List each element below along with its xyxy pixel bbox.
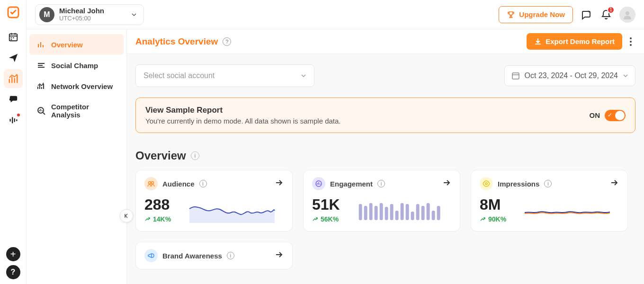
logo-icon[interactable]	[5, 4, 22, 21]
svg-rect-40	[426, 203, 429, 220]
card-title: Audience	[162, 180, 195, 188]
svg-rect-22	[512, 73, 519, 79]
sidebar-item-label: Network Overview	[51, 82, 113, 90]
trend-up: 90K%	[480, 215, 506, 223]
sidebar-item-overview[interactable]: Overview	[29, 34, 124, 55]
export-button[interactable]: Export Demo Report	[527, 33, 622, 50]
svg-rect-6	[13, 37, 14, 38]
card-impressions[interactable]: Impressions i 8M	[471, 170, 628, 231]
collapse-sidebar-button[interactable]	[120, 209, 133, 222]
info-icon[interactable]: i	[544, 180, 552, 187]
info-icon[interactable]: i	[377, 180, 385, 187]
svg-rect-34	[395, 211, 398, 220]
bars-icon	[37, 40, 45, 49]
nav-send[interactable]	[4, 48, 23, 67]
impressions-sparkline	[516, 201, 619, 223]
metric-value: 8M	[480, 196, 506, 213]
metric-value: 288	[144, 196, 171, 213]
trend-up: 14K%	[144, 215, 171, 223]
megaphone-icon	[144, 249, 158, 262]
download-icon	[534, 38, 542, 45]
svg-point-13	[626, 11, 629, 15]
nav-analytics[interactable]	[4, 69, 23, 88]
svg-rect-37	[411, 212, 414, 220]
info-icon[interactable]: i	[191, 151, 199, 160]
calendar-icon	[511, 71, 520, 80]
sidebar-item-competitor[interactable]: Competitor Analysis	[29, 97, 124, 125]
sidebar-item-label: Competitor Analysis	[51, 103, 116, 119]
add-button[interactable]: +	[6, 247, 20, 261]
chevron-down-icon	[301, 73, 306, 79]
card-brand-awareness[interactable]: Brand Awareness i	[135, 242, 293, 269]
filter-row: Select social account Oct 23, 2024 - Oct…	[127, 54, 644, 87]
toggle-label: ON	[590, 111, 600, 119]
svg-line-21	[43, 113, 45, 115]
svg-rect-30	[374, 206, 377, 220]
body: Overview Social Champ Network Overview C…	[27, 29, 644, 284]
help-button[interactable]: ?	[6, 265, 20, 279]
card-audience[interactable]: Audience i 288	[135, 170, 293, 231]
engagement-icon	[312, 177, 325, 190]
svg-rect-29	[369, 203, 372, 220]
svg-rect-39	[421, 206, 424, 220]
info-icon[interactable]: ?	[223, 37, 231, 46]
chart-icon	[37, 82, 45, 90]
upgrade-button[interactable]: Upgrade Now	[499, 6, 573, 23]
svg-rect-33	[390, 204, 393, 220]
topbar: M Micheal John UTC+05:00 Upgrade Now 1	[27, 0, 644, 29]
arrow-right-icon	[609, 178, 619, 189]
content-header: Analytics Overview ? Export Demo Report	[127, 29, 644, 54]
impressions-icon	[480, 177, 493, 190]
svg-point-43	[485, 183, 487, 185]
svg-rect-36	[405, 204, 409, 220]
more-menu[interactable]	[626, 34, 635, 50]
user-name: Micheal John	[59, 7, 104, 15]
demo-banner: View Sample Report You're currently in d…	[135, 98, 635, 133]
user-switcher[interactable]: M Micheal John UTC+05:00	[35, 4, 144, 25]
svg-point-8	[9, 96, 12, 99]
app-root: + ? M Micheal John UTC+05:00 Upgrade Now	[0, 0, 644, 284]
card-title: Impressions	[498, 180, 539, 188]
sidebar-item-label: Overview	[51, 41, 83, 49]
svg-rect-5	[10, 37, 12, 38]
metric-value: 51K	[312, 196, 340, 213]
profile-menu[interactable]	[619, 7, 635, 23]
account-select[interactable]: Select social account	[135, 64, 314, 87]
notifications-icon[interactable]: 1	[599, 8, 613, 21]
feedback-icon[interactable]	[580, 8, 593, 21]
search-chart-icon	[37, 106, 45, 115]
nav-messages[interactable]	[4, 90, 23, 109]
nav-audio[interactable]	[4, 111, 23, 130]
nav-rail: + ?	[0, 0, 27, 284]
trophy-icon	[507, 10, 515, 19]
svg-rect-38	[416, 204, 419, 220]
lines-icon	[37, 61, 45, 70]
date-range-label: Oct 23, 2024 - Oct 29, 2024	[525, 71, 618, 80]
svg-rect-35	[400, 203, 403, 220]
sidebar-item-social-champ[interactable]: Social Champ	[29, 55, 124, 76]
banner-title: View Sample Report	[145, 106, 341, 115]
indicator-dot	[17, 114, 20, 116]
user-timezone: UTC+05:00	[59, 15, 104, 22]
card-engagement[interactable]: Engagement i 51K	[303, 170, 460, 231]
banner-subtitle: You're currently in demo mode. All data …	[145, 117, 341, 125]
page-title: Analytics Overview	[135, 36, 218, 47]
date-range-picker[interactable]: Oct 23, 2024 - Oct 29, 2024	[504, 65, 635, 86]
info-icon[interactable]: i	[199, 180, 207, 187]
export-label: Export Demo Report	[546, 37, 615, 45]
sidebar-item-network[interactable]: Network Overview	[29, 76, 124, 97]
card-title: Engagement	[330, 180, 373, 188]
content: Analytics Overview ? Export Demo Report …	[127, 29, 644, 284]
chevron-down-icon	[131, 12, 137, 18]
user-avatar: M	[39, 7, 54, 22]
check-icon: ✓	[608, 112, 612, 118]
engagement-sparkline	[349, 201, 451, 223]
demo-toggle[interactable]: ✓	[605, 110, 626, 121]
trend-up: 56K%	[312, 215, 340, 223]
info-icon[interactable]: i	[227, 252, 234, 259]
nav-calendar[interactable]	[4, 27, 23, 46]
chevron-down-icon	[623, 73, 628, 79]
overview-section: Overview i Audience i	[127, 133, 644, 269]
sidebar-item-label: Social Champ	[51, 62, 98, 70]
main-wrap: M Micheal John UTC+05:00 Upgrade Now 1	[27, 0, 644, 284]
